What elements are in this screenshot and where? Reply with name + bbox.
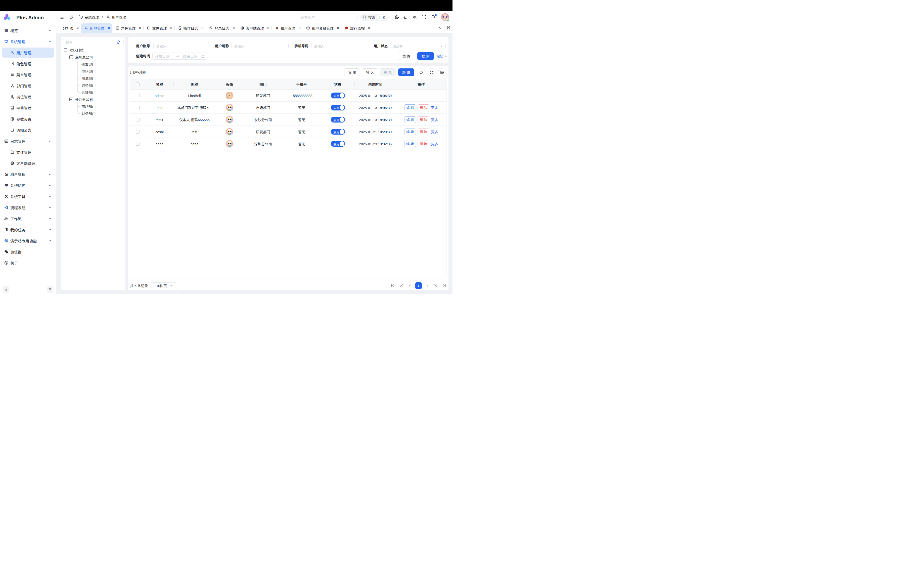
svg-text:redis: redis bbox=[346, 29, 348, 30]
svg-text:DEV: DEV bbox=[5, 141, 8, 142]
